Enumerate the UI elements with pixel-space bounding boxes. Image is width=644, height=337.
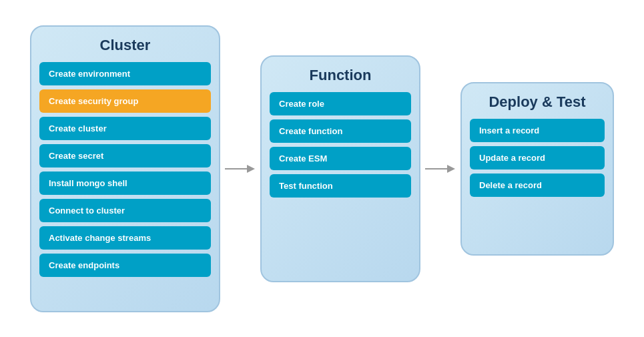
svg-marker-1 [247, 165, 255, 173]
step-create-function[interactable]: Create function [270, 119, 411, 143]
svg-marker-3 [447, 165, 455, 173]
deploy-column: Deploy & Test Insert a record Update a r… [460, 82, 614, 256]
function-column: Function Create role Create function Cre… [260, 55, 420, 282]
step-insert-record[interactable]: Insert a record [470, 119, 605, 142]
step-create-cluster[interactable]: Create cluster [39, 117, 211, 140]
arrow2-icon [424, 159, 457, 179]
step-create-security-group[interactable]: Create security group [39, 89, 211, 113]
step-create-esm[interactable]: Create ESM [270, 147, 411, 170]
step-connect-to-cluster[interactable]: Connect to cluster [39, 199, 211, 222]
diagram-container: Cluster Create environment Create securi… [0, 0, 644, 337]
step-update-record[interactable]: Update a record [470, 146, 605, 170]
cluster-column: Cluster Create environment Create securi… [30, 25, 220, 312]
arrow2-container [420, 159, 460, 179]
function-title: Function [270, 67, 411, 84]
step-create-endpoints[interactable]: Create endpoints [39, 254, 211, 277]
step-activate-change-streams[interactable]: Activate change streams [39, 226, 211, 250]
arrow1-container [220, 159, 260, 179]
step-test-function[interactable]: Test function [270, 174, 411, 198]
cluster-title: Cluster [39, 37, 211, 54]
step-install-mongo-shell[interactable]: Install mongo shell [39, 172, 211, 195]
step-create-secret[interactable]: Create secret [39, 144, 211, 167]
step-create-environment[interactable]: Create environment [39, 62, 211, 85]
deploy-title: Deploy & Test [470, 93, 605, 111]
step-delete-record[interactable]: Delete a record [470, 174, 605, 197]
step-create-role[interactable]: Create role [270, 92, 411, 115]
arrow1-icon [224, 159, 257, 179]
